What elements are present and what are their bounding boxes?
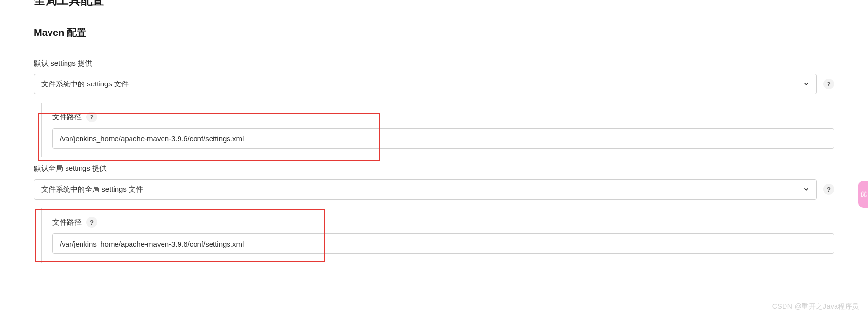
select-default-global-settings-value: 文件系统中的全局 settings 文件 — [41, 185, 143, 194]
label-default-global-settings: 默认全局 settings 提供 — [34, 164, 834, 173]
help-icon-file-path-2[interactable]: ? — [86, 217, 97, 228]
select-default-settings[interactable]: 文件系统中的 settings 文件 — [34, 74, 817, 94]
input-file-path-1[interactable] — [52, 128, 834, 149]
side-tab[interactable]: 优 — [858, 181, 868, 208]
field-default-global-settings: 默认全局 settings 提供 文件系统中的全局 settings 文件 ? … — [34, 164, 834, 263]
help-icon-default-global-settings[interactable]: ? — [823, 184, 834, 195]
label-file-path-1: 文件路径 — [52, 113, 82, 122]
input-file-path-2[interactable] — [52, 233, 834, 254]
section-title-maven: Maven 配置 — [34, 26, 834, 39]
select-default-settings-value: 文件系统中的 settings 文件 — [41, 80, 129, 89]
label-file-path-2: 文件路径 — [52, 218, 82, 227]
help-icon-default-settings[interactable]: ? — [823, 79, 834, 89]
help-icon-file-path-1[interactable]: ? — [86, 112, 97, 122]
select-default-global-settings[interactable]: 文件系统中的全局 settings 文件 — [34, 179, 817, 200]
nested-default-settings: 文件路径 ? — [41, 103, 834, 157]
label-default-settings: 默认 settings 提供 — [34, 59, 834, 68]
field-default-settings: 默认 settings 提供 文件系统中的 settings 文件 ? 文件路径… — [34, 59, 834, 157]
nested-default-global-settings: 文件路径 ? — [41, 208, 834, 263]
page-title: 全局工具配置 — [34, 0, 834, 9]
